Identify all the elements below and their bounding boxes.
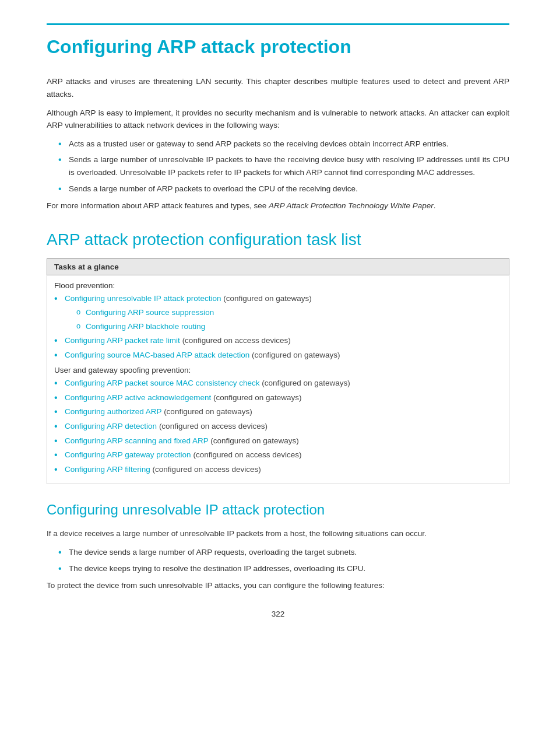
link-mac-based-detection[interactable]: Configuring source MAC-based ARP attack …: [65, 351, 249, 359]
suffix-text: (configured on access devices): [153, 465, 261, 474]
list-item: Configuring ARP packet rate limit (confi…: [54, 334, 502, 347]
link-gateway-protection[interactable]: Configuring ARP gateway protection: [65, 450, 191, 459]
section3-title: Configuring unresolvable IP attack prote…: [47, 502, 509, 518]
page-container: Configuring ARP attack protection ARP at…: [0, 0, 556, 653]
flood-list: Configuring unresolvable IP attack prote…: [54, 292, 502, 361]
sub-list-item: Configuring ARP blackhole routing: [76, 320, 502, 333]
suffix-text: (configured on gateways): [210, 436, 299, 445]
list-item: Configuring ARP packet source MAC consis…: [54, 377, 502, 390]
link-authorized-arp[interactable]: Configuring authorized ARP: [65, 407, 161, 416]
list-item: Configuring ARP detection (configured on…: [54, 420, 502, 433]
task-list-title: ARP attack protection configuration task…: [47, 230, 509, 250]
link-packet-rate-limit[interactable]: Configuring ARP packet rate limit: [65, 336, 180, 345]
list-item: Configuring ARP filtering (configured on…: [54, 463, 502, 476]
suffix-text: (configured on access devices): [159, 422, 268, 430]
section3-bullets: The device sends a large number of ARP r…: [58, 546, 509, 575]
suffix-text: (configured on gateways): [213, 393, 302, 402]
user-list: Configuring ARP packet source MAC consis…: [54, 377, 502, 475]
list-item: Acts as a trusted user or gateway to sen…: [58, 138, 509, 150]
intro-para-2: Although ARP is easy to implement, it pr…: [47, 107, 509, 132]
list-item: Configuring ARP scanning and fixed ARP (…: [54, 435, 502, 447]
main-title: Configuring ARP attack protection: [47, 36, 509, 58]
intro-para-1: ARP attacks and viruses are threatening …: [47, 75, 509, 100]
suffix-text: (configured on gateways): [164, 407, 252, 416]
list-item: The device sends a large number of ARP r…: [58, 546, 509, 559]
list-item: Configuring source MAC-based ARP attack …: [54, 349, 502, 362]
sub-list: Configuring ARP source suppression Confi…: [76, 306, 502, 332]
top-border: [47, 23, 509, 25]
list-item: Sends a large number of unresolvable IP …: [58, 153, 509, 178]
suffix-text: (configured on access devices): [193, 450, 301, 459]
footer-para: For more information about ARP attack fe…: [47, 200, 509, 212]
task-table-cell: Flood prevention: Configuring unresolvab…: [47, 275, 509, 484]
list-item: Configuring authorized ARP (configured o…: [54, 405, 502, 418]
link-mac-consistency[interactable]: Configuring ARP packet source MAC consis…: [65, 379, 259, 387]
link-active-ack[interactable]: Configuring ARP active acknowledgement: [65, 393, 211, 402]
link-arp-scanning[interactable]: Configuring ARP scanning and fixed ARP: [65, 436, 208, 445]
list-item: The device keeps trying to resolve the d…: [58, 562, 509, 575]
link-arp-filtering[interactable]: Configuring ARP filtering: [65, 465, 150, 474]
link-arp-detection[interactable]: Configuring ARP detection: [65, 422, 157, 430]
sub-list-item: Configuring ARP source suppression: [76, 306, 502, 319]
italic-reference: ARP Attack Protection Technology White P…: [269, 201, 434, 210]
suffix-text: (configured on gateways): [252, 351, 340, 359]
user-label: User and gateway spoofing prevention:: [54, 366, 502, 374]
suffix-text: (configured on access devices): [182, 336, 291, 345]
suffix-text: (configured on gateways): [223, 294, 312, 303]
section3-footer: To protect the device from such unresolv…: [47, 579, 509, 592]
link-unresolvable-ip[interactable]: Configuring unresolvable IP attack prote…: [65, 294, 221, 303]
list-item: Configuring ARP gateway protection (conf…: [54, 449, 502, 461]
page-number: 322: [47, 610, 509, 618]
link-arp-blackhole[interactable]: Configuring ARP blackhole routing: [86, 322, 205, 331]
task-table: Tasks at a glance Flood prevention: Conf…: [47, 258, 509, 484]
list-item: Sends a large number of ARP packets to o…: [58, 183, 509, 195]
list-item: Configuring ARP active acknowledgement (…: [54, 391, 502, 404]
section3-intro: If a device receives a large number of u…: [47, 527, 509, 540]
flood-label: Flood prevention:: [54, 281, 502, 290]
link-arp-source-suppression[interactable]: Configuring ARP source suppression: [86, 308, 214, 317]
list-item: Configuring unresolvable IP attack prote…: [54, 292, 502, 332]
suffix-text: (configured on gateways): [262, 379, 350, 387]
table-header: Tasks at a glance: [47, 259, 509, 275]
attack-ways-list: Acts as a trusted user or gateway to sen…: [58, 138, 509, 195]
